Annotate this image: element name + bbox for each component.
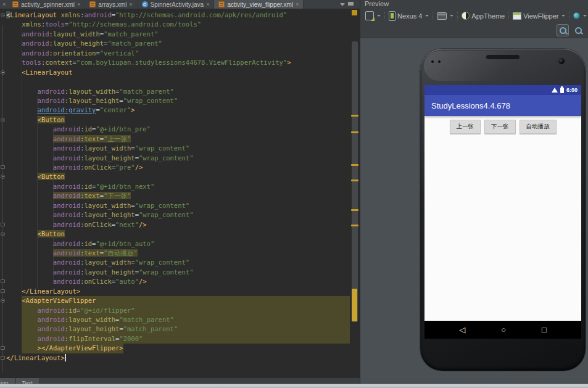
fold-collapse-icon[interactable] [1, 70, 5, 75]
code-line[interactable]: <LinearLayout [6, 68, 350, 77]
selected-code: android:layout_height="match_parent" [22, 324, 350, 334]
code-line[interactable]: ></AdapterViewFlipper> [6, 344, 350, 353]
code-line[interactable]: android:flipInterval="2000" [6, 334, 350, 344]
code-line[interactable]: android:id="@+id/btn_pre" [6, 125, 350, 134]
fold-end-icon[interactable] [1, 356, 5, 360]
preview-canvas[interactable]: 6:00 StudyLessions4.4.678 上一张 下一张 自动播放 ◁… [360, 38, 588, 384]
xml-file-icon [218, 1, 225, 7]
close-icon[interactable]: × [129, 2, 132, 7]
fold-end-icon[interactable] [1, 223, 5, 226]
close-icon[interactable]: × [77, 2, 80, 7]
code-line[interactable]: android:onClick="auto"/> [6, 277, 350, 286]
xml-editor[interactable]: <LinearLayout xmlns:android="http://sche… [0, 9, 360, 378]
code-line[interactable]: android:gravity="center"> [6, 105, 350, 115]
code-line[interactable]: android:layout_width="match_parent" [6, 87, 350, 96]
chevron-down-icon [425, 15, 429, 17]
code-line[interactable]: </LinearLayout> [6, 353, 350, 363]
code-line[interactable]: android:orientation="vertical" [6, 49, 350, 58]
tab-activity-spinner-xml[interactable]: activity_spinner.xml × [8, 0, 85, 9]
battery-icon [560, 88, 564, 93]
tab-arrays-xml[interactable]: arrays.xml × [85, 0, 137, 9]
tab-activity-view-flipper-xml[interactable]: activity_view_flipper.xml × [214, 0, 304, 9]
fold-end-icon[interactable] [1, 165, 5, 169]
editor-scrollbar[interactable] [350, 9, 360, 378]
code-line[interactable]: </LinearLayout> [6, 287, 350, 296]
fold-end-icon[interactable] [1, 279, 5, 283]
code-line[interactable] [6, 77, 350, 86]
tab-spinneractivity-java[interactable]: C SpinnerActivity.java × [138, 0, 215, 9]
code-line[interactable]: android:layout_height="match_parent" [6, 39, 350, 48]
code-line[interactable]: <Button [6, 229, 350, 239]
code-text: <LinearLayout [22, 68, 72, 77]
locale-selector[interactable] [571, 12, 588, 20]
highlight-stripe-mark[interactable] [351, 131, 358, 133]
configuration-button[interactable] [363, 10, 383, 21]
indentation [6, 210, 53, 220]
sensor-dot [431, 60, 434, 63]
code-line[interactable]: android:layout_width="match_parent" [6, 30, 350, 39]
scrollbar-thumb[interactable] [352, 41, 358, 322]
code-line[interactable]: android:text="自动播放" [6, 249, 350, 258]
fold-collapse-icon[interactable] [1, 299, 5, 303]
code-line[interactable]: android:layout_height="wrap_content" [6, 268, 350, 277]
code-line[interactable]: android:id="@+id/btn_auto" [6, 239, 350, 249]
code-line[interactable]: android:text="下一张" [6, 191, 350, 200]
code-line[interactable]: android:layout_height="wrap_content" [6, 154, 350, 163]
selection-stripe-mark[interactable] [352, 289, 357, 321]
code-line[interactable]: tools:context="com.boyliupan.studylessio… [6, 58, 350, 67]
activity-selector[interactable]: ViewFlipper [511, 12, 567, 20]
code-text: android:gravity="center"> [38, 105, 135, 115]
fold-collapse-icon[interactable] [1, 13, 5, 17]
highlight-stripe-mark[interactable] [351, 115, 358, 117]
device-selector[interactable]: Nexus 4 [387, 10, 431, 22]
code-line[interactable]: xmlns:tools="http://schemas.android.com/… [6, 20, 350, 29]
code-area[interactable]: <LinearLayout xmlns:android="http://sche… [0, 9, 350, 378]
button-previous[interactable]: 上一张 [450, 120, 481, 134]
highlight-stripe-mark[interactable] [351, 164, 358, 166]
code-line[interactable]: android:layout_height="wrap_content" [6, 96, 350, 105]
code-line[interactable]: <AdapterViewFlipper [6, 296, 350, 305]
code-line[interactable]: android:layout_height="match_parent" [6, 324, 350, 334]
indentation [6, 134, 53, 144]
code-line[interactable]: <Button [6, 172, 350, 181]
code-line[interactable]: android:layout_width="wrap_content" [6, 144, 350, 153]
text-caret [65, 354, 66, 361]
code-line[interactable]: android:layout_width="wrap_content" [6, 258, 350, 267]
orientation-selector[interactable] [435, 12, 455, 20]
code-line[interactable]: android:onClick="next"/> [6, 220, 350, 229]
indentation [6, 296, 22, 305]
fold-end-icon[interactable] [1, 289, 5, 293]
code-line[interactable]: android:text="上一张" [6, 134, 350, 144]
highlight-stripe-mark[interactable] [351, 209, 358, 211]
tab-options-icon[interactable] [348, 2, 354, 7]
code-line[interactable]: android:layout_height="wrap_content" [6, 210, 350, 220]
theme-selector[interactable]: AppTheme [460, 11, 507, 20]
fold-collapse-icon[interactable] [1, 232, 5, 236]
code-line[interactable]: android:layout_width="match_parent" [6, 315, 350, 324]
indentation [6, 20, 22, 29]
highlight-stripe-mark[interactable] [351, 225, 358, 226]
indentation [6, 191, 53, 200]
highlight-stripe-mark[interactable] [351, 180, 358, 181]
zoom-actual-size-button[interactable] [573, 25, 584, 36]
inspection-status-square[interactable] [352, 10, 357, 15]
code-line[interactable]: android:id="@+id/btn_next" [6, 182, 350, 191]
code-line[interactable]: android:id="@+id/flipper" [6, 306, 350, 315]
fold-end-icon[interactable] [1, 346, 5, 350]
button-next[interactable]: 下一张 [484, 120, 516, 134]
show-hidden-tabs-icon[interactable] [340, 3, 345, 6]
code-line[interactable]: <Button [6, 115, 350, 125]
code-line[interactable]: android:layout_width="wrap_content" [6, 201, 350, 210]
fold-collapse-icon[interactable] [1, 118, 5, 122]
code-line[interactable]: <LinearLayout xmlns:android="http://sche… [6, 10, 350, 20]
close-icon[interactable]: × [206, 2, 209, 7]
zoom-to-fit-button[interactable] [557, 24, 569, 36]
code-text: <LinearLayout xmlns:android="http://sche… [6, 10, 287, 20]
status-time: 6:00 [566, 87, 578, 93]
button-autoplay[interactable]: 自动播放 [520, 120, 557, 134]
close-icon[interactable]: × [0, 1, 8, 7]
home-icon: ○ [501, 326, 506, 334]
fold-collapse-icon[interactable] [1, 175, 5, 179]
close-icon[interactable]: × [296, 2, 299, 7]
code-line[interactable]: android:onClick="pre"/> [6, 163, 350, 172]
